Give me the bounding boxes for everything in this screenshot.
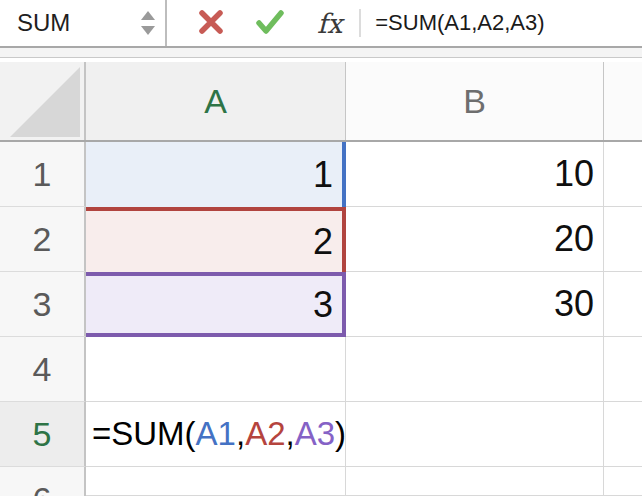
row-2: 2 2 20 bbox=[0, 207, 642, 272]
spinner-down-icon[interactable] bbox=[141, 26, 155, 35]
cell-a6[interactable] bbox=[86, 467, 346, 496]
cell-c4[interactable] bbox=[604, 337, 642, 402]
cell-a5-formula-editor[interactable]: =SUM(A1,A2,A3) bbox=[86, 402, 346, 467]
column-header-a[interactable]: A bbox=[86, 62, 346, 140]
row-header-4[interactable]: 4 bbox=[0, 337, 86, 402]
select-all-button[interactable] bbox=[0, 62, 86, 140]
row-header-6[interactable]: 6 bbox=[0, 467, 86, 496]
cancel-x-icon bbox=[195, 6, 227, 41]
column-header-partial[interactable] bbox=[604, 62, 642, 140]
fx-icon: fx bbox=[317, 8, 342, 39]
cell-a2[interactable]: 2 bbox=[86, 207, 346, 272]
toolbar-divider bbox=[0, 46, 642, 58]
row-3: 3 3 30 bbox=[0, 272, 642, 337]
cell-c3[interactable] bbox=[604, 272, 642, 337]
cell-b5[interactable] bbox=[346, 402, 604, 467]
row-1: 1 1 10 bbox=[0, 142, 642, 207]
cell-b4[interactable] bbox=[346, 337, 604, 402]
cell-b1[interactable]: 10 bbox=[346, 142, 604, 207]
row-6: 6 bbox=[0, 467, 642, 496]
row-header-3[interactable]: 3 bbox=[0, 272, 86, 337]
row-header-1[interactable]: 1 bbox=[0, 142, 86, 207]
cell-c2[interactable] bbox=[604, 207, 642, 272]
select-all-triangle-icon bbox=[10, 67, 80, 137]
row-header-2[interactable]: 2 bbox=[0, 207, 86, 272]
confirm-button[interactable] bbox=[253, 6, 287, 41]
name-box-value[interactable]: SUM bbox=[17, 9, 70, 37]
row-4: 4 bbox=[0, 337, 642, 402]
name-box-spinner[interactable] bbox=[141, 11, 155, 35]
formula-text: =SUM(A1,A2,A3) bbox=[92, 415, 346, 453]
cell-c5[interactable] bbox=[604, 402, 642, 467]
cell-c6[interactable] bbox=[604, 467, 642, 496]
formula-bar-input[interactable]: =SUM(A1,A2,A3) bbox=[375, 10, 544, 36]
spinner-up-icon[interactable] bbox=[141, 11, 155, 20]
row-5: 5 =SUM(A1,A2,A3) bbox=[0, 402, 642, 467]
cell-a1[interactable]: 1 bbox=[86, 142, 346, 207]
cell-b6[interactable] bbox=[346, 467, 604, 496]
spreadsheet-grid: A B 1 1 10 2 2 20 3 3 30 4 5 =SUM(A1,A2,… bbox=[0, 62, 642, 496]
column-header-row: A B bbox=[0, 62, 642, 142]
cell-a4[interactable] bbox=[86, 337, 346, 402]
column-header-b[interactable]: B bbox=[346, 62, 604, 140]
cell-b3[interactable]: 30 bbox=[346, 272, 604, 337]
toolbar-separator bbox=[359, 9, 361, 37]
cell-c1[interactable] bbox=[604, 142, 642, 207]
formula-toolbar: SUM fx =SUM(A1,A2,A3) bbox=[0, 0, 642, 46]
cell-a3[interactable]: 3 bbox=[86, 272, 346, 337]
cell-b2[interactable]: 20 bbox=[346, 207, 604, 272]
cancel-button[interactable] bbox=[195, 6, 227, 41]
checkmark-icon bbox=[253, 6, 287, 41]
insert-function-button[interactable]: fx bbox=[317, 8, 342, 39]
name-box[interactable]: SUM bbox=[0, 0, 167, 46]
row-header-5[interactable]: 5 bbox=[0, 402, 86, 467]
